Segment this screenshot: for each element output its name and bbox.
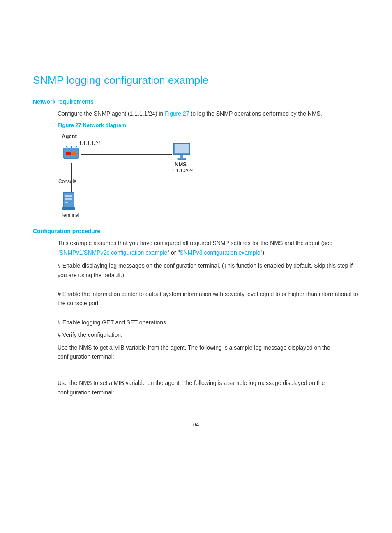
svg-rect-2	[72, 152, 76, 155]
config-para-4: # Enable logging GET and SET operations.	[58, 318, 359, 327]
svg-rect-8	[180, 155, 183, 158]
svg-rect-11	[65, 195, 72, 197]
para1-middle: " or "	[167, 249, 180, 256]
agent-label: Agent	[62, 133, 77, 139]
terminal-label: Terminal	[61, 212, 79, 218]
terminal-icon	[61, 191, 82, 211]
svg-line-3	[66, 146, 67, 148]
config-para-7: Use the NMS to set a MIB variable on the…	[58, 378, 359, 397]
para1-suffix: ").	[261, 249, 266, 256]
svg-rect-1	[66, 152, 71, 155]
config-para-6: Use the NMS to get a MIB variable from t…	[58, 343, 359, 362]
svg-rect-12	[65, 198, 72, 200]
page-number: 64	[33, 422, 359, 428]
snmpv3-link[interactable]: SNMPv3 configuration example	[180, 249, 260, 256]
config-para-5: # Verify the configuration:	[58, 330, 359, 339]
figure-27-link[interactable]: Figure 27	[165, 110, 189, 117]
network-requirements-body: Configure the SNMP agent (1.1.1.1/24) in…	[58, 109, 359, 118]
svg-rect-9	[178, 158, 186, 160]
svg-rect-14	[62, 207, 75, 210]
network-requirements-section: Network requirements Configure the SNMP …	[33, 98, 359, 216]
agent-icon	[62, 145, 81, 163]
page-title: SNMP logging configuration example	[33, 74, 359, 87]
network-diagram: Agent 1.1.1.1/24	[58, 133, 214, 216]
svg-rect-0	[63, 148, 79, 159]
nms-icon	[172, 142, 191, 163]
nms-label: NMS	[175, 161, 187, 167]
config-para-2: # Enable displaying log messages on the …	[58, 261, 359, 280]
page: SNMP logging configuration example Netwo…	[0, 0, 392, 533]
body-text-suffix: to log the SNMP operations performed by …	[189, 110, 322, 117]
vertical-line	[71, 163, 72, 192]
configuration-procedure-section: Configuration procedure This example ass…	[33, 228, 359, 397]
configuration-procedure-heading: Configuration procedure	[33, 228, 359, 234]
nms-ip: 1.1.1.2/24	[172, 168, 194, 174]
config-para-3: # Enable the information center to outpu…	[58, 290, 359, 308]
snmpv1-link[interactable]: SNMPv1/SNMPv2c configuration example	[60, 249, 167, 256]
console-label: Console	[58, 178, 76, 184]
figure-heading: Figure 27 Network diagram	[58, 122, 359, 128]
body-text-prefix: Configure the SNMP agent (1.1.1.1/24) in	[58, 110, 165, 117]
connector-line	[81, 154, 172, 155]
agent-ip: 1.1.1.1/24	[79, 141, 101, 146]
svg-rect-13	[65, 202, 68, 203]
config-para-1: This example assumes that you have confi…	[58, 239, 359, 257]
svg-line-5	[76, 146, 77, 148]
svg-rect-7	[175, 144, 189, 153]
network-requirements-heading: Network requirements	[33, 98, 359, 105]
